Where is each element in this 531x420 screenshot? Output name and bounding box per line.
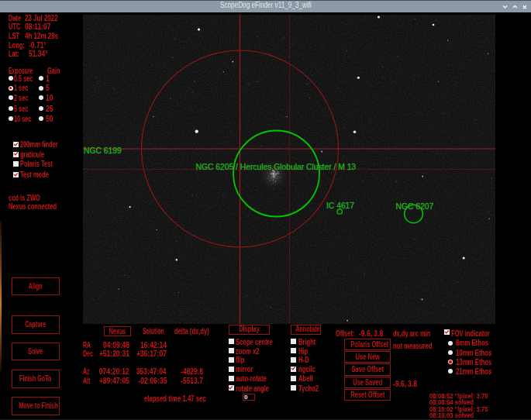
svg-text:NGC 6199: NGC 6199 bbox=[84, 146, 122, 155]
svg-text:NGC 6207: NGC 6207 bbox=[396, 202, 434, 211]
svg-text:NGC 6205 / Hercules Globular C: NGC 6205 / Hercules Globular Cluster / M… bbox=[196, 163, 357, 171]
svg-text:IC 4617: IC 4617 bbox=[326, 201, 354, 210]
